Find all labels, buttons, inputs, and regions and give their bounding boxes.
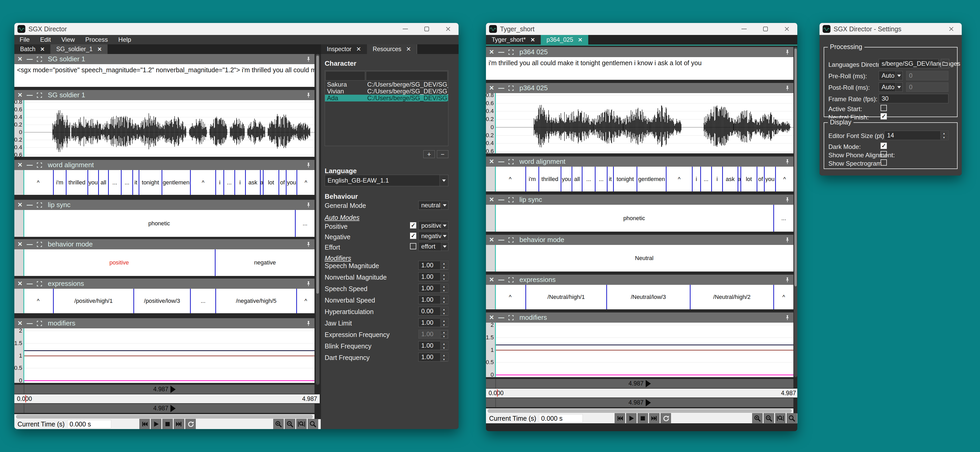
effort-checkbox[interactable] [410, 243, 416, 249]
segment[interactable]: positive [24, 249, 216, 276]
segment[interactable]: of [279, 170, 286, 195]
panel-expand-icon[interactable] [508, 315, 514, 320]
positive-checkbox[interactable] [410, 222, 416, 228]
segment[interactable]: ask [723, 167, 738, 192]
spin-up-icon[interactable]: ▴ [440, 330, 448, 334]
segment[interactable]: ^ [24, 289, 54, 313]
playhead[interactable] [495, 285, 496, 309]
zoom-in-button[interactable] [752, 413, 763, 423]
panel-minimize-icon[interactable]: — [27, 241, 33, 247]
panel-expand-icon[interactable] [508, 277, 514, 282]
panel-expand-icon[interactable] [37, 57, 42, 62]
playhead[interactable] [495, 245, 496, 271]
panel-minimize-icon[interactable]: — [27, 56, 33, 62]
spin-down-icon[interactable]: ▾ [440, 335, 448, 338]
segment[interactable]: a [261, 170, 264, 195]
segment[interactable]: thrilled [67, 170, 88, 195]
panel-minimize-icon[interactable]: — [27, 281, 33, 287]
panel-header[interactable]: ✕ — behavior mode [14, 239, 315, 249]
segment[interactable]: you [562, 167, 572, 192]
modifier-stepper[interactable]: 1.00▴▾ [418, 318, 449, 327]
spin-down-icon[interactable]: ▾ [440, 346, 448, 350]
segment[interactable]: you [765, 167, 776, 192]
spin-down-icon[interactable]: ▾ [440, 277, 448, 281]
segment[interactable]: /positive/low/3 [134, 289, 191, 313]
panel-close-icon[interactable]: ✕ [489, 49, 494, 55]
range-handle-icon[interactable] [646, 399, 651, 406]
column-header[interactable] [366, 71, 448, 81]
playhead[interactable] [24, 328, 24, 383]
pin-icon[interactable] [784, 85, 790, 91]
segment[interactable]: ... [224, 170, 235, 195]
panel-close-icon[interactable]: ✕ [18, 281, 22, 287]
panel-expand-icon[interactable] [508, 49, 514, 55]
negative-checkbox[interactable] [410, 233, 416, 239]
pin-icon[interactable] [784, 159, 790, 165]
column-header[interactable] [325, 71, 365, 81]
preroll-mode-select[interactable]: Auto [879, 71, 903, 80]
pin-icon[interactable] [784, 237, 790, 243]
modifier-curve[interactable] [24, 355, 315, 356]
modifier-stepper[interactable]: 1.00▴▾ [418, 341, 449, 350]
menu-process[interactable]: Process [85, 36, 108, 43]
general-mode-select[interactable]: neutral [418, 201, 449, 210]
panel-minimize-icon[interactable]: — [498, 159, 504, 165]
modifier-curve[interactable] [24, 380, 315, 381]
playhead[interactable] [495, 167, 496, 192]
segment[interactable]: ^ [191, 170, 216, 195]
playhead[interactable] [495, 93, 496, 153]
pin-icon[interactable] [305, 241, 311, 247]
modifier-curve[interactable] [495, 344, 793, 345]
segment[interactable]: ... [191, 289, 216, 313]
zoom-out-button[interactable] [285, 419, 295, 429]
skip-end-button[interactable] [174, 419, 184, 429]
range-handle-icon[interactable] [170, 386, 176, 393]
sgx-text-editor[interactable]: <sgx mode="positive" speech_magnitude="1… [14, 64, 315, 87]
segment[interactable]: ask [246, 170, 261, 195]
add-character-button[interactable]: + [423, 150, 435, 158]
panel-expand-icon[interactable] [37, 242, 42, 247]
panel-minimize-icon[interactable]: — [498, 197, 504, 203]
tab-inspector[interactable]: Inspector ✕ [321, 44, 367, 54]
effort-mode-select[interactable]: effort [418, 242, 449, 251]
panel-header[interactable]: ✕ — modifiers [486, 312, 793, 323]
spin-up-icon[interactable]: ▴ [440, 262, 448, 265]
panel-header[interactable]: ✕ — modifiers [14, 318, 315, 328]
menu-edit[interactable]: Edit [40, 36, 51, 43]
tab-close-icon[interactable]: ✕ [578, 37, 582, 43]
segment[interactable]: i [712, 167, 723, 192]
tab-close-icon[interactable]: ✕ [97, 46, 102, 52]
panel-close-icon[interactable]: ✕ [489, 237, 494, 243]
segment[interactable]: /Neutral/high/1 [526, 285, 607, 309]
scrollbar-thumb[interactable] [794, 49, 797, 286]
remove-character-button[interactable]: − [437, 150, 449, 158]
panel-minimize-icon[interactable]: — [27, 162, 33, 168]
modifiers-plot[interactable] [24, 328, 315, 383]
maximize-button-icon[interactable] [762, 26, 768, 32]
panel-close-icon[interactable]: ✕ [18, 92, 22, 98]
behavior-mode-track[interactable]: positivenegative [24, 249, 315, 276]
panel-close-icon[interactable]: ✕ [18, 202, 22, 208]
tab-close-icon[interactable]: ✕ [530, 37, 535, 43]
segment[interactable]: of [757, 167, 765, 192]
titlebar[interactable]: SGX Director [14, 23, 458, 35]
segment[interactable]: it [608, 167, 614, 192]
close-button-icon[interactable] [948, 26, 955, 32]
tab-resources[interactable]: Resources ✕ [367, 44, 417, 54]
tab-close-icon[interactable]: ✕ [406, 46, 411, 53]
segment[interactable]: tonight [614, 167, 637, 192]
zoom-out-button[interactable] [764, 413, 774, 423]
lip-sync-track[interactable]: phonetic... [495, 205, 793, 232]
pin-icon[interactable] [305, 281, 311, 287]
playhead[interactable] [24, 210, 24, 237]
loop-button[interactable] [660, 413, 671, 423]
stop-button[interactable] [638, 413, 648, 423]
panel-close-icon[interactable]: ✕ [489, 85, 494, 91]
lip-sync-track[interactable]: phonetic... [24, 210, 315, 237]
modifier-stepper[interactable]: 1.00▴▾ [418, 353, 449, 362]
titlebar[interactable]: SGX Director - Settings [819, 23, 962, 35]
spin-down-icon[interactable]: ▾ [440, 323, 448, 327]
tab-close-icon[interactable]: ✕ [40, 46, 45, 52]
modifier-stepper[interactable]: 1.00▴▾ [418, 272, 449, 281]
time-cursor[interactable] [25, 395, 26, 403]
